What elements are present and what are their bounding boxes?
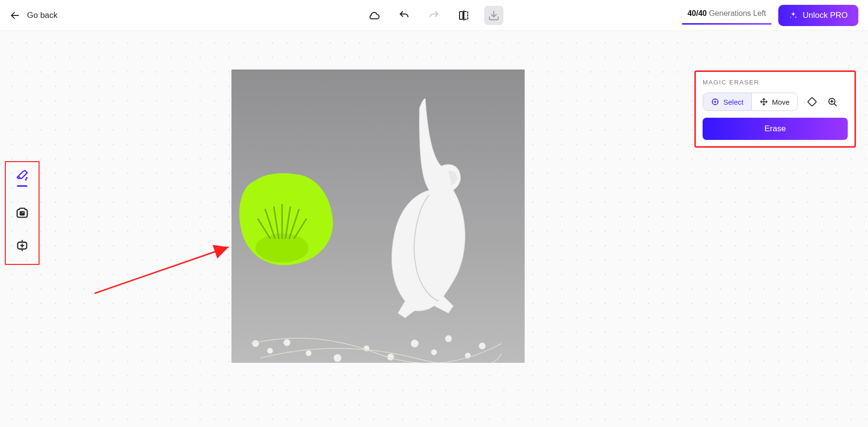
- mode-segmented-control: Select Move: [703, 93, 798, 111]
- svg-point-5: [26, 179, 26, 179]
- zoom-in-icon: [827, 96, 838, 107]
- go-back-label: Go back: [27, 11, 57, 20]
- svg-point-33: [479, 343, 486, 349]
- svg-point-26: [334, 354, 341, 362]
- redo-icon: [428, 10, 440, 21]
- topbar: Go back 40/40 Generations Left Unlock PR…: [0, 0, 868, 31]
- foreground-beads: [241, 295, 511, 363]
- svg-rect-1: [460, 12, 463, 19]
- cloud-button[interactable]: [365, 6, 384, 25]
- move-label: Move: [772, 98, 790, 106]
- svg-point-30: [431, 349, 437, 355]
- go-back-button[interactable]: Go back: [10, 10, 57, 21]
- cloud-icon: [368, 10, 380, 21]
- expand-tool[interactable]: [14, 239, 30, 252]
- select-mode-button[interactable]: Select: [703, 93, 751, 110]
- svg-point-35: [715, 101, 716, 102]
- annotation-arrow: [95, 241, 234, 299]
- magic-eraser-tool[interactable]: [14, 169, 30, 187]
- magic-eraser-panel: MAGIC ERASER Select Move Erase: [694, 70, 856, 148]
- svg-rect-36: [808, 97, 816, 106]
- unlock-pro-label: Unlock PRO: [802, 11, 848, 20]
- topbar-center-tools: [365, 6, 503, 25]
- sparkle-icon: [789, 11, 798, 20]
- canvas-area[interactable]: MAGIC ERASER Select Move Erase: [0, 31, 868, 427]
- active-tool-underline: [17, 185, 27, 187]
- editing-image[interactable]: [231, 69, 525, 363]
- generations-used: 40: [688, 9, 696, 17]
- arrow-left-icon: [10, 10, 20, 21]
- svg-point-22: [252, 340, 259, 347]
- left-toolbar-annotation-box: [5, 161, 40, 265]
- eraser-outline-icon: [807, 96, 817, 107]
- camera-image-icon: [15, 206, 29, 220]
- unlock-pro-button[interactable]: Unlock PRO: [778, 5, 858, 26]
- svg-point-23: [267, 348, 273, 354]
- svg-point-24: [284, 339, 290, 346]
- topbar-right: 40/40 Generations Left Unlock PRO: [688, 5, 858, 26]
- replace-tool[interactable]: [14, 206, 30, 220]
- selection-highlight: [236, 166, 338, 272]
- svg-point-31: [445, 335, 452, 342]
- svg-point-29: [411, 340, 419, 347]
- compare-button[interactable]: [454, 6, 474, 25]
- svg-point-25: [306, 350, 312, 356]
- svg-line-13: [95, 247, 229, 293]
- select-label: Select: [723, 98, 744, 106]
- panel-title: MAGIC ERASER: [703, 79, 848, 86]
- compare-icon: [458, 10, 470, 21]
- generations-underline: [682, 23, 772, 25]
- erase-label: Erase: [764, 124, 786, 133]
- download-button[interactable]: [484, 6, 503, 25]
- undo-icon: [398, 10, 410, 21]
- move-arrows-icon: [760, 97, 768, 106]
- redo-button[interactable]: [424, 6, 444, 25]
- generations-remaining[interactable]: 40/40 Generations Left: [688, 9, 766, 22]
- generations-suffix: Generations Left: [709, 9, 766, 17]
- zoom-in-button[interactable]: [827, 96, 838, 108]
- generations-total: 40: [698, 9, 707, 17]
- erase-button[interactable]: Erase: [703, 118, 848, 140]
- svg-point-4: [27, 178, 27, 178]
- svg-line-38: [835, 104, 837, 106]
- expand-plus-icon: [15, 239, 29, 252]
- download-icon: [488, 10, 500, 21]
- panel-controls-row: Select Move: [703, 93, 848, 111]
- lasso-select-icon: [711, 97, 719, 106]
- eraser-shape-button[interactable]: [806, 96, 818, 108]
- subject-cat-statue: [376, 98, 487, 320]
- undo-button[interactable]: [394, 6, 414, 25]
- move-mode-button[interactable]: Move: [752, 93, 798, 110]
- eraser-sparkle-icon: [15, 169, 29, 182]
